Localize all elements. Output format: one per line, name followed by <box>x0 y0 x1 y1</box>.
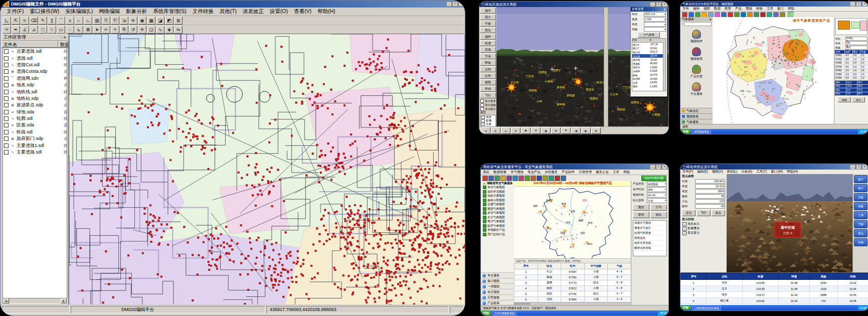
menu-item-0[interactable]: 系统 <box>481 170 491 175</box>
choropleth-map-area[interactable]: 城市气象数值预报产品 石柱武隆彭水黔江酉阳南川丰都垫江忠县万州开县云阳奉节巫溪城… <box>713 17 834 124</box>
maximize-button[interactable]: □ <box>656 2 661 7</box>
file-row[interactable]: ∿道路.sdl线 <box>3 55 67 61</box>
close-button[interactable]: × <box>662 165 667 170</box>
taskbar-item[interactable]: 专业气象服务系统 <box>492 310 516 315</box>
tree-item[interactable]: 航空气象预报 <box>481 224 514 228</box>
close-button[interactable]: × <box>458 2 464 7</box>
tree-item[interactable]: 专项服务产品 <box>481 228 514 233</box>
parameter-row[interactable]: 雾效0.1250 <box>632 85 665 89</box>
minimize-button[interactable]: _ <box>850 165 855 170</box>
combo-arrow-icon[interactable]: ▾ <box>665 188 666 191</box>
menu-item-2[interactable]: 视图(V) <box>710 170 725 174</box>
toolbar2-button-15[interactable]: ✛ <box>138 26 146 34</box>
panel-button-退出[interactable]: 退出 <box>650 212 667 218</box>
menu-item-9[interactable]: 帮助 <box>621 170 632 175</box>
toolbar2-button-5[interactable]: ○ <box>48 26 56 34</box>
sidebar-bar-1[interactable]: 预报检索 <box>680 113 713 119</box>
toolbar-icon-11[interactable] <box>549 176 554 181</box>
side-button-5[interactable]: 前进 <box>480 40 496 46</box>
maximize-button[interactable]: □ <box>656 165 661 170</box>
toolbar1-button-2[interactable]: ↖ <box>21 17 29 25</box>
menu-item-10[interactable]: 帮助 <box>786 7 796 11</box>
parameter-row[interactable]: 视场角45.000 <box>632 62 665 66</box>
view-splitter-scrollbar[interactable] <box>604 7 608 127</box>
combo-arrow-icon[interactable]: ▾ <box>664 23 665 26</box>
nav-button-放大[interactable]: 放大 <box>854 175 867 183</box>
toolbar1-button-16[interactable]: ▦ <box>147 17 155 25</box>
table-header-cell[interactable]: 台站 <box>707 273 742 280</box>
side-button-6[interactable]: 后退 <box>480 47 496 53</box>
menu-item-11[interactable]: 帮助(H) <box>314 8 338 15</box>
parameter-row[interactable]: 帧频24.375 <box>632 73 665 77</box>
station-table[interactable]: 站号温度降水风速574614.20.62.1574623.81.21.85746… <box>834 50 868 80</box>
side-button-3[interactable]: 复位 <box>480 27 496 33</box>
service-shortcut[interactable]: 专业服务 <box>481 272 514 278</box>
field-combo[interactable]: 08时▾ <box>647 187 667 192</box>
field-input[interactable]: ▾ <box>644 27 666 32</box>
issue-button[interactable]: 2007年第01期 <box>641 176 666 182</box>
toolbar-icon-10[interactable] <box>543 176 548 181</box>
nav-button-左旋[interactable]: 左旋 <box>854 193 867 201</box>
file-row[interactable]: ∿主要道路1.sdl线 <box>3 142 67 148</box>
tree-item[interactable]: 专业气象预报 <box>481 186 514 190</box>
menu-item-4[interactable]: 决策服务 <box>543 170 560 175</box>
toolbar1-button-19[interactable]: ⊞ <box>174 17 183 25</box>
combo-arrow-icon[interactable]: ▾ <box>664 18 665 21</box>
dialog-close-icon[interactable]: ✕ <box>663 8 667 11</box>
toolbar-icon-13[interactable] <box>561 176 566 181</box>
toolbar-icon-7[interactable] <box>728 12 733 18</box>
toolbar2-button-16[interactable]: ◲ <box>147 26 155 34</box>
layer-checkbox[interactable] <box>4 150 9 154</box>
nav-button-全图[interactable]: 全图 <box>854 238 867 246</box>
layer-checkbox[interactable] <box>4 96 9 101</box>
close-icon[interactable]: ✕ <box>63 36 66 40</box>
bottom-button-9[interactable]: ◀ <box>571 127 581 134</box>
toolbar2-button-17[interactable]: ∿ <box>156 26 164 34</box>
side-button-1[interactable]: 缩小 <box>480 14 496 20</box>
display-checkbox[interactable]: 显示地名 <box>479 99 496 103</box>
menu-item-0[interactable]: 文件(F) <box>680 170 695 174</box>
action-button-定位[interactable]: 定位 <box>682 210 696 216</box>
toolbar-icon-0[interactable] <box>682 12 687 18</box>
side-button-13[interactable]: 飞行 <box>480 92 496 98</box>
field-combo[interactable]: 24h▾ <box>845 41 867 45</box>
field-input[interactable]: ▾ <box>644 22 666 27</box>
tree-checkbox-icon[interactable] <box>483 220 486 223</box>
file-row[interactable]: ◆政府部门.sdp点 <box>3 135 67 142</box>
service-shortcut[interactable]: 一周预报 <box>481 283 514 289</box>
tree-checkbox-icon[interactable] <box>483 190 486 194</box>
toolbar2-button-7[interactable]: ◌ <box>66 26 74 34</box>
bottom-button-3[interactable]: ▾ <box>511 127 520 134</box>
product-item[interactable]: 雨情信息 <box>633 236 666 241</box>
toolbar-icon-12[interactable] <box>760 12 766 18</box>
sidebar-bar-0[interactable]: 气象信息 <box>680 108 713 113</box>
toolbar1-button-6[interactable]: ⌒ <box>57 17 65 25</box>
minimize-button[interactable]: _ <box>446 2 452 7</box>
menu-item-6[interactable]: 文件转换 <box>190 8 217 15</box>
panel-button-发布[interactable]: 发布 <box>633 212 649 218</box>
service-shortcut[interactable]: 灾害预警 <box>481 294 514 300</box>
parameter-row[interactable]: 地形比1.0000 <box>632 66 665 70</box>
map-canvas[interactable] <box>69 34 464 304</box>
col-name[interactable]: 名称 <box>632 39 649 42</box>
menu-item-5[interactable]: 系统库管理(S) <box>150 8 190 15</box>
action-button-复位[interactable]: 复位 <box>712 210 725 216</box>
toolbar-icon-6[interactable] <box>721 12 727 18</box>
field-input[interactable]: -30 <box>695 204 725 209</box>
file-row[interactable]: ◆旅游景点.sdp点 <box>3 102 67 108</box>
action-button-飞行[interactable]: 飞行 <box>697 210 710 216</box>
dmgis-titlebar[interactable]: DMGIS编辑文件 - DMGIS编辑平台 _□× <box>1 1 465 8</box>
toolbar1-button-0[interactable]: ◺ <box>3 17 11 25</box>
toolbar2-button-14[interactable]: ↺ <box>129 26 137 34</box>
table-header-cell[interactable]: 经度 <box>742 273 779 280</box>
layer-checkbox[interactable] <box>4 130 9 134</box>
toolbar1-button-8[interactable]: ⌐ <box>75 17 83 25</box>
toolbar1-button-13[interactable]: ⇲ <box>120 17 128 25</box>
toolbar-icon-6[interactable] <box>518 176 524 181</box>
parameter-row[interactable]: 俯仰角-12.08 <box>632 58 665 62</box>
nav-button-复位[interactable]: 复位 <box>854 229 867 237</box>
field-input[interactable]: 31.012 <box>695 184 725 189</box>
toolbar1-button-4[interactable]: ✎ <box>39 17 47 25</box>
combo-arrow-icon[interactable]: ▾ <box>665 194 666 196</box>
taskbar-item[interactable]: 城镇预报系统 <box>692 129 711 134</box>
